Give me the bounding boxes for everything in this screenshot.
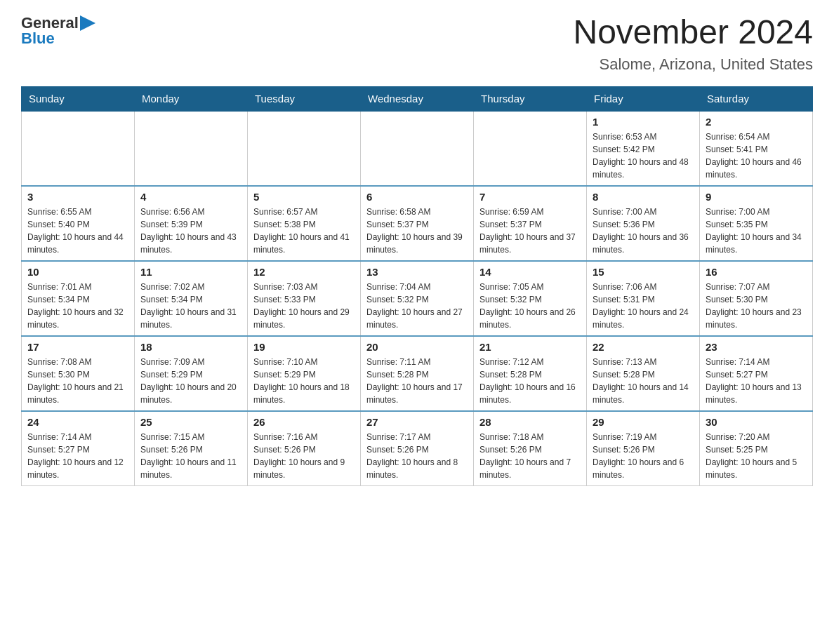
day-info: Sunrise: 7:04 AMSunset: 5:32 PMDaylight:… xyxy=(366,281,468,331)
calendar-cell: 24Sunrise: 7:14 AMSunset: 5:27 PMDayligh… xyxy=(22,411,135,486)
calendar-cell: 8Sunrise: 7:00 AMSunset: 5:36 PMDaylight… xyxy=(587,186,700,261)
day-number: 15 xyxy=(593,266,694,278)
day-number: 18 xyxy=(140,341,241,353)
calendar-header-wednesday: Wednesday xyxy=(361,86,474,111)
calendar-cell: 4Sunrise: 6:56 AMSunset: 5:39 PMDaylight… xyxy=(135,186,248,261)
calendar-cell: 13Sunrise: 7:04 AMSunset: 5:32 PMDayligh… xyxy=(361,261,474,336)
calendar-cell: 9Sunrise: 7:00 AMSunset: 5:35 PMDaylight… xyxy=(700,186,813,261)
page-subtitle: Salome, Arizona, United States xyxy=(573,55,813,74)
day-number: 30 xyxy=(706,416,807,428)
day-number: 5 xyxy=(253,191,355,203)
logo-blue-text: Blue xyxy=(21,29,55,48)
day-info: Sunrise: 7:00 AMSunset: 5:36 PMDaylight:… xyxy=(593,206,694,256)
calendar-cell: 16Sunrise: 7:07 AMSunset: 5:30 PMDayligh… xyxy=(700,261,813,336)
calendar-table: SundayMondayTuesdayWednesdayThursdayFrid… xyxy=(21,86,813,486)
day-info: Sunrise: 7:01 AMSunset: 5:34 PMDaylight:… xyxy=(27,281,128,331)
logo-area: General Blue xyxy=(21,14,95,48)
day-number: 2 xyxy=(706,116,807,128)
day-number: 6 xyxy=(366,191,468,203)
day-info: Sunrise: 7:14 AMSunset: 5:27 PMDaylight:… xyxy=(706,356,807,406)
calendar-header-sunday: Sunday xyxy=(22,86,135,111)
day-info: Sunrise: 7:11 AMSunset: 5:28 PMDaylight:… xyxy=(366,356,468,406)
day-number: 10 xyxy=(27,266,128,278)
day-number: 28 xyxy=(479,416,581,428)
day-number: 12 xyxy=(253,266,355,278)
calendar-header-row: SundayMondayTuesdayWednesdayThursdayFrid… xyxy=(22,86,813,111)
calendar-header-saturday: Saturday xyxy=(700,86,813,111)
day-info: Sunrise: 7:06 AMSunset: 5:31 PMDaylight:… xyxy=(593,281,694,331)
calendar-cell xyxy=(361,111,474,186)
logo-arrow-icon xyxy=(80,15,95,31)
day-info: Sunrise: 6:57 AMSunset: 5:38 PMDaylight:… xyxy=(253,206,355,256)
calendar-cell: 19Sunrise: 7:10 AMSunset: 5:29 PMDayligh… xyxy=(248,336,361,411)
calendar-cell: 7Sunrise: 6:59 AMSunset: 5:37 PMDaylight… xyxy=(474,186,587,261)
day-info: Sunrise: 7:17 AMSunset: 5:26 PMDaylight:… xyxy=(366,431,468,481)
calendar-cell xyxy=(22,111,135,186)
day-info: Sunrise: 7:16 AMSunset: 5:26 PMDaylight:… xyxy=(253,431,355,481)
calendar-cell: 28Sunrise: 7:18 AMSunset: 5:26 PMDayligh… xyxy=(474,411,587,486)
calendar-cell xyxy=(135,111,248,186)
day-number: 27 xyxy=(366,416,468,428)
day-info: Sunrise: 6:58 AMSunset: 5:37 PMDaylight:… xyxy=(366,206,468,256)
day-number: 8 xyxy=(593,191,694,203)
calendar-cell xyxy=(248,111,361,186)
day-info: Sunrise: 7:07 AMSunset: 5:30 PMDaylight:… xyxy=(706,281,807,331)
calendar-cell: 15Sunrise: 7:06 AMSunset: 5:31 PMDayligh… xyxy=(587,261,700,336)
calendar-cell: 1Sunrise: 6:53 AMSunset: 5:42 PMDaylight… xyxy=(587,111,700,186)
day-info: Sunrise: 6:54 AMSunset: 5:41 PMDaylight:… xyxy=(706,130,807,181)
day-info: Sunrise: 7:08 AMSunset: 5:30 PMDaylight:… xyxy=(27,356,128,406)
day-number: 16 xyxy=(706,266,807,278)
page-title: November 2024 xyxy=(573,14,813,51)
calendar-week-row: 24Sunrise: 7:14 AMSunset: 5:27 PMDayligh… xyxy=(22,411,813,486)
calendar-header-monday: Monday xyxy=(135,86,248,111)
calendar-header-friday: Friday xyxy=(587,86,700,111)
day-number: 11 xyxy=(140,266,241,278)
day-number: 23 xyxy=(706,341,807,353)
calendar-week-row: 1Sunrise: 6:53 AMSunset: 5:42 PMDaylight… xyxy=(22,111,813,186)
day-info: Sunrise: 7:18 AMSunset: 5:26 PMDaylight:… xyxy=(479,431,581,481)
day-info: Sunrise: 7:09 AMSunset: 5:29 PMDaylight:… xyxy=(140,356,241,406)
calendar-cell: 22Sunrise: 7:13 AMSunset: 5:28 PMDayligh… xyxy=(587,336,700,411)
calendar-cell: 14Sunrise: 7:05 AMSunset: 5:32 PMDayligh… xyxy=(474,261,587,336)
day-info: Sunrise: 6:56 AMSunset: 5:39 PMDaylight:… xyxy=(140,206,241,256)
svg-marker-0 xyxy=(80,15,95,31)
calendar-header-thursday: Thursday xyxy=(474,86,587,111)
calendar-cell: 21Sunrise: 7:12 AMSunset: 5:28 PMDayligh… xyxy=(474,336,587,411)
day-number: 29 xyxy=(593,416,694,428)
day-info: Sunrise: 7:10 AMSunset: 5:29 PMDaylight:… xyxy=(253,356,355,406)
day-info: Sunrise: 7:14 AMSunset: 5:27 PMDaylight:… xyxy=(27,431,128,481)
day-number: 26 xyxy=(253,416,355,428)
day-number: 7 xyxy=(479,191,581,203)
calendar-cell: 17Sunrise: 7:08 AMSunset: 5:30 PMDayligh… xyxy=(22,336,135,411)
day-number: 24 xyxy=(27,416,128,428)
calendar-week-row: 10Sunrise: 7:01 AMSunset: 5:34 PMDayligh… xyxy=(22,261,813,336)
day-number: 4 xyxy=(140,191,241,203)
day-number: 13 xyxy=(366,266,468,278)
day-number: 9 xyxy=(706,191,807,203)
calendar-week-row: 17Sunrise: 7:08 AMSunset: 5:30 PMDayligh… xyxy=(22,336,813,411)
day-info: Sunrise: 7:19 AMSunset: 5:26 PMDaylight:… xyxy=(593,431,694,481)
day-info: Sunrise: 6:59 AMSunset: 5:37 PMDaylight:… xyxy=(479,206,581,256)
day-number: 25 xyxy=(140,416,241,428)
calendar-cell: 18Sunrise: 7:09 AMSunset: 5:29 PMDayligh… xyxy=(135,336,248,411)
calendar-cell: 23Sunrise: 7:14 AMSunset: 5:27 PMDayligh… xyxy=(700,336,813,411)
calendar-cell xyxy=(474,111,587,186)
calendar-cell: 26Sunrise: 7:16 AMSunset: 5:26 PMDayligh… xyxy=(248,411,361,486)
day-number: 1 xyxy=(593,116,694,128)
calendar-cell: 3Sunrise: 6:55 AMSunset: 5:40 PMDaylight… xyxy=(22,186,135,261)
calendar-cell: 29Sunrise: 7:19 AMSunset: 5:26 PMDayligh… xyxy=(587,411,700,486)
day-info: Sunrise: 6:53 AMSunset: 5:42 PMDaylight:… xyxy=(593,130,694,181)
day-info: Sunrise: 7:05 AMSunset: 5:32 PMDaylight:… xyxy=(479,281,581,331)
calendar-cell: 25Sunrise: 7:15 AMSunset: 5:26 PMDayligh… xyxy=(135,411,248,486)
day-info: Sunrise: 7:00 AMSunset: 5:35 PMDaylight:… xyxy=(706,206,807,256)
day-info: Sunrise: 7:03 AMSunset: 5:33 PMDaylight:… xyxy=(253,281,355,331)
day-info: Sunrise: 7:15 AMSunset: 5:26 PMDaylight:… xyxy=(140,431,241,481)
day-number: 19 xyxy=(253,341,355,353)
day-number: 17 xyxy=(27,341,128,353)
day-info: Sunrise: 7:20 AMSunset: 5:25 PMDaylight:… xyxy=(706,431,807,481)
day-number: 14 xyxy=(479,266,581,278)
day-info: Sunrise: 7:13 AMSunset: 5:28 PMDaylight:… xyxy=(593,356,694,406)
calendar-week-row: 3Sunrise: 6:55 AMSunset: 5:40 PMDaylight… xyxy=(22,186,813,261)
calendar-cell: 2Sunrise: 6:54 AMSunset: 5:41 PMDaylight… xyxy=(700,111,813,186)
calendar-cell: 27Sunrise: 7:17 AMSunset: 5:26 PMDayligh… xyxy=(361,411,474,486)
